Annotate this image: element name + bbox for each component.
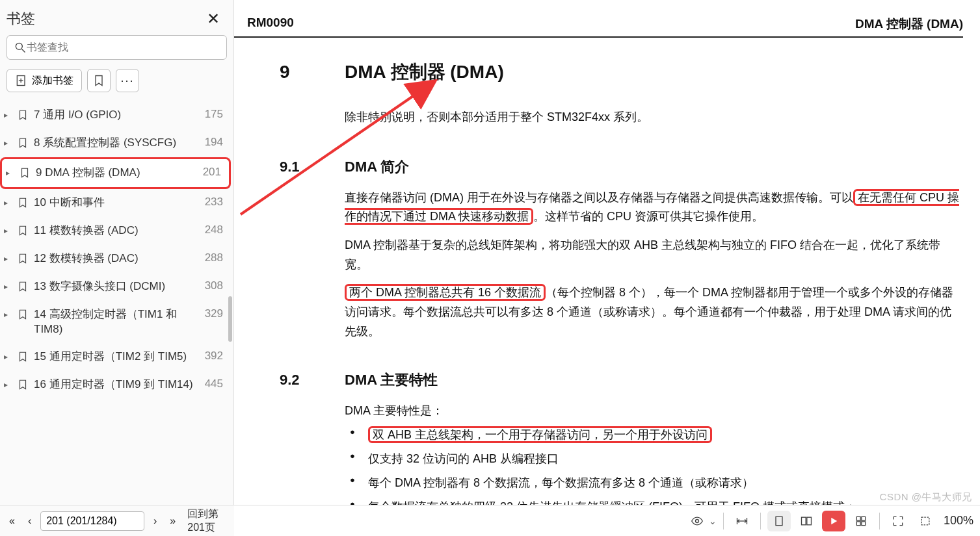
expand-icon[interactable]: ▸ (4, 226, 12, 235)
add-bookmark-icon (15, 74, 28, 87)
bookmark-item-15[interactable]: ▸ 15 通用定时器（TIM2 到 TIM5) 392 (0, 343, 231, 371)
svg-point-0 (16, 43, 22, 49)
bookmark-icon (17, 223, 29, 238)
bookmark-item-11[interactable]: ▸ 11 模数转换器 (ADC) 248 (0, 217, 231, 245)
bookmark-icon (17, 377, 29, 392)
paragraph: 直接存储器访问 (DMA) 用于在外设与存储器之间以及存储器与存储器之间提供高速… (345, 188, 963, 227)
first-page-button[interactable]: « (5, 511, 19, 531)
bookmark-search[interactable] (7, 35, 227, 60)
fit-width-icon (735, 515, 748, 528)
actual-size-icon (919, 515, 932, 528)
close-sidebar-button[interactable]: ✕ (204, 9, 223, 29)
bookmark-item-8[interactable]: ▸ 8 系统配置控制器 (SYSCFG) 194 (0, 129, 231, 157)
section-title: DMA 控制器 (DMA) (345, 60, 504, 84)
expand-icon[interactable]: ▸ (4, 352, 12, 361)
bookmark-icon (17, 196, 29, 210)
bookmark-item-12[interactable]: ▸ 12 数模转换器 (DAC) 288 (0, 245, 231, 273)
single-page-button[interactable] (767, 511, 791, 531)
zoom-level[interactable]: 100% (944, 514, 973, 528)
highlight-phrase: 两个 DMA 控制器总共有 16 个数据流 (345, 284, 546, 301)
doc-header-left: RM0090 (247, 16, 294, 32)
bookmark-icon (17, 279, 29, 294)
bookmark-item-16[interactable]: ▸ 16 通用定时器（TIM9 到 TIM14) 445 (0, 371, 231, 399)
prev-page-button[interactable]: ‹ (23, 511, 36, 531)
grid-view-button[interactable] (849, 511, 873, 531)
expand-icon[interactable]: ▸ (4, 310, 12, 319)
expand-icon[interactable]: ▸ (6, 168, 14, 177)
svg-rect-16 (856, 521, 860, 525)
bookmark-icon (17, 350, 29, 364)
single-page-icon (773, 515, 786, 528)
svg-point-6 (695, 519, 698, 522)
bookmark-icon (17, 136, 29, 150)
fullscreen-icon (892, 515, 905, 528)
last-page-button[interactable]: » (166, 511, 179, 531)
fullscreen-button[interactable] (886, 511, 910, 531)
bookmark-list: ▸ 7 通用 I/O (GPIO) 175 ▸ 8 系统配置控制器 (SYSCF… (0, 101, 233, 536)
subsection-number: 9.1 (280, 159, 345, 175)
highlight-phrase: 双 AHB 主总线架构，一个用于存储器访问，另一个用于外设访问 (368, 426, 712, 443)
feature-item: 每个数据流有单独的四级 32 位先进先出存储器缓冲区 (FIFO)，可用于 FI… (345, 498, 963, 505)
expand-icon[interactable]: ▸ (4, 138, 12, 147)
expand-icon[interactable]: ▸ (4, 282, 12, 291)
expand-icon[interactable]: ▸ (4, 380, 12, 389)
svg-rect-14 (856, 517, 860, 520)
visibility-button[interactable] (685, 511, 709, 531)
actual-size-button[interactable] (914, 511, 937, 531)
expand-icon[interactable]: ▸ (4, 110, 12, 120)
section-note: 除非特别说明，否则本部分适用于整个 STM32F4xx 系列。 (345, 108, 963, 127)
svg-rect-10 (776, 517, 782, 525)
subsection-title: DMA 简介 (345, 157, 409, 177)
divider (723, 513, 724, 530)
watermark: CSDN @牛马大师兄 (880, 491, 972, 504)
search-icon (14, 41, 27, 54)
presentation-button[interactable] (822, 511, 845, 531)
status-text: 回到第201页 (187, 507, 229, 535)
bookmark-item-9[interactable]: ▸ 9 DMA 控制器 (DMA) 201 (0, 157, 231, 189)
fit-width-button[interactable] (730, 511, 754, 531)
add-bookmark-button[interactable]: 添加书签 (7, 69, 82, 92)
svg-rect-15 (862, 517, 866, 520)
bookmark-icon (17, 108, 29, 122)
more-options-button[interactable]: ··· (116, 69, 139, 92)
bookmark-search-input[interactable] (27, 42, 220, 53)
paragraph: 两个 DMA 控制器总共有 16 个数据流（每个控制器 8 个），每一个 DMA… (345, 283, 963, 341)
feature-item: 仅支持 32 位访问的 AHB 从编程接口 (345, 450, 963, 468)
page-nav-bar: « ‹ › » 回到第201页 (0, 505, 234, 536)
bookmark-icon (92, 74, 105, 87)
subsection-number: 9.2 (280, 372, 345, 389)
bookmark-icon (19, 166, 31, 180)
view-toolbar: ⌄ 100% (234, 505, 980, 536)
section-number: 9 (280, 62, 345, 83)
two-page-button[interactable] (795, 511, 818, 531)
sidebar-title: 书签 (7, 9, 35, 29)
bookmarks-sidebar: 书签 ✕ 添加书签 ··· ▸ 7 通用 I/O (GPIO) (0, 0, 234, 536)
scrollbar-thumb[interactable] (228, 296, 232, 342)
feature-item: 每个 DMA 控制器有 8 个数据流，每个数据流有多达 8 个通道（或称请求） (345, 474, 963, 492)
play-icon (828, 515, 840, 527)
bookmark-item-14[interactable]: ▸ 14 高级控制定时器（TIM1 和 TIM8) 329 (0, 301, 231, 344)
expand-icon[interactable]: ▸ (4, 254, 12, 263)
bookmark-icon (17, 251, 29, 266)
document-view[interactable]: RM0090 DMA 控制器 (DMA) 9 DMA 控制器 (DMA) 除非特… (234, 0, 980, 536)
svg-rect-17 (862, 521, 866, 525)
bookmark-outline-button[interactable] (87, 69, 111, 92)
bookmark-item-13[interactable]: ▸ 13 数字摄像头接口 (DCMI) 308 (0, 273, 231, 301)
two-page-icon (800, 515, 813, 528)
paragraph: DMA 主要特性是： 双 AHB 主总线架构，一个用于存储器访问，另一个用于外设… (345, 402, 963, 505)
bookmark-icon (17, 307, 29, 322)
svg-rect-11 (801, 517, 806, 525)
bookmark-item-10[interactable]: ▸ 10 中断和事件 233 (0, 189, 231, 217)
svg-rect-12 (807, 517, 812, 525)
chevron-down-icon: ⌄ (709, 516, 717, 526)
feature-item: 双 AHB 主总线架构，一个用于存储器访问，另一个用于外设访问 (345, 426, 963, 444)
divider (879, 513, 880, 530)
grid-icon (854, 515, 867, 528)
eye-icon (691, 515, 704, 528)
expand-icon[interactable]: ▸ (4, 198, 12, 207)
next-page-button[interactable]: › (148, 511, 162, 531)
subsection-title: DMA 主要特性 (345, 370, 438, 390)
bookmark-item-7[interactable]: ▸ 7 通用 I/O (GPIO) 175 (0, 101, 231, 129)
page-number-input[interactable] (40, 511, 144, 531)
svg-line-1 (22, 49, 25, 53)
